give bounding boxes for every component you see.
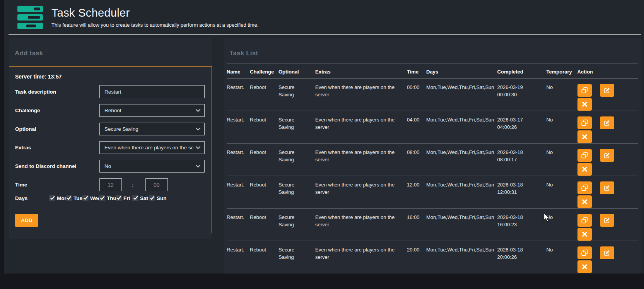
task-name-cell: Restart.: [227, 209, 250, 241]
content: Add task Server time: 13:57 Task descrip…: [4, 35, 644, 274]
task-challenge-cell: Reboot: [250, 144, 278, 176]
discord-select[interactable]: No: [99, 160, 205, 173]
edit-task-button[interactable]: [600, 246, 614, 259]
task-temporary-cell: No: [547, 144, 577, 176]
task-optional-cell: Secure Saving: [278, 176, 315, 209]
duplicate-task-button[interactable]: [577, 149, 592, 162]
day-label: Sat: [140, 195, 148, 201]
discord-row: Send to Discord channel No: [15, 160, 206, 173]
x-icon: [582, 232, 587, 237]
challenge-select-value: Reboot: [104, 108, 193, 113]
time-separator: :: [132, 182, 134, 188]
completed-date: 2026-03-18: [497, 214, 543, 221]
discord-label: Send to Discord channel: [15, 163, 99, 169]
completed-date: 2026-03-17: [497, 116, 543, 124]
chevron-down-icon: [196, 109, 200, 112]
delete-task-button[interactable]: [577, 130, 592, 143]
duplicate-task-button[interactable]: [577, 116, 592, 129]
page-subtitle: This feature will allow you to create ta…: [51, 22, 258, 28]
time-minute-input[interactable]: [145, 178, 168, 191]
day-checkbox[interactable]: Tue: [66, 195, 82, 201]
challenge-row: Challenge Reboot: [15, 104, 206, 117]
task-extras-cell: Even when there are players on the serve…: [315, 176, 407, 209]
task-time-cell: 00:00: [407, 79, 426, 111]
col-challenge: Challenge: [250, 63, 278, 79]
table-row: Restart. Reboot Secure Saving Even when …: [227, 241, 638, 274]
delete-task-button[interactable]: [577, 195, 592, 208]
task-temporary-cell: No: [547, 111, 577, 144]
task-action-cell: [577, 79, 638, 111]
delete-task-button[interactable]: [577, 260, 592, 273]
extras-label: Extras: [15, 145, 99, 150]
add-task-form: Server time: 13:57 Task description Chal…: [9, 66, 212, 233]
day-checkbox[interactable]: Mon: [49, 195, 66, 201]
completed-time: 20:00:26: [497, 254, 543, 261]
edit-task-button[interactable]: [600, 181, 614, 194]
edit-task-button[interactable]: [600, 84, 614, 97]
add-task-button[interactable]: ADD: [15, 214, 38, 227]
copy-icon: [581, 87, 588, 94]
delete-task-button[interactable]: [577, 163, 592, 176]
task-table-body: Restart. Reboot Secure Saving Even when …: [227, 79, 638, 274]
day-checkbox[interactable]: Fri: [116, 195, 132, 201]
duplicate-task-button[interactable]: [577, 84, 592, 97]
day-checkbox[interactable]: Thu: [99, 195, 116, 201]
add-task-heading: Add task: [15, 50, 212, 57]
col-time: Time: [407, 63, 426, 79]
task-extras-cell: Even when there are players on the serve…: [315, 241, 407, 274]
task-action-cell: [577, 144, 638, 176]
task-challenge-cell: Reboot: [250, 241, 278, 274]
completed-date: 2026-03-19: [497, 84, 543, 91]
day-checkbox[interactable]: Sun: [149, 195, 166, 201]
task-days-cell: Mon,Tue,Wed,Thu,Fri,Sat,Sun: [426, 111, 497, 144]
x-icon: [582, 102, 587, 107]
edit-task-button[interactable]: [600, 149, 614, 162]
task-name-cell: Restart.: [227, 79, 250, 111]
copy-icon: [581, 217, 588, 224]
task-description-label: Task description: [15, 89, 99, 95]
edit-task-button[interactable]: [600, 116, 614, 129]
header-text: Task Scheduler This feature will allow y…: [51, 7, 258, 28]
task-action-cell: [577, 241, 638, 274]
task-extras-cell: Even when there are players on the serve…: [315, 209, 407, 241]
duplicate-task-button[interactable]: [577, 214, 592, 227]
task-description-input[interactable]: [99, 85, 205, 98]
table-row: Restart. Reboot Secure Saving Even when …: [227, 79, 638, 111]
task-completed-cell: 2026-03-19 00:00:30: [497, 79, 547, 111]
task-action-cell: [577, 176, 638, 209]
day-checkbox[interactable]: Sat: [132, 195, 149, 201]
checkbox-checked-icon: [132, 195, 138, 201]
task-extras-cell: Even when there are players on the serve…: [315, 111, 407, 144]
table-row: Restart. Reboot Secure Saving Even when …: [227, 176, 638, 209]
edit-icon: [604, 217, 610, 224]
checkbox-checked-icon: [49, 195, 55, 201]
task-days-cell: Mon,Tue,Wed,Thu,Fri,Sat,Sun: [426, 241, 497, 274]
edit-task-button[interactable]: [600, 214, 614, 227]
edit-icon: [604, 120, 610, 126]
x-icon: [582, 134, 587, 139]
task-time-cell: 08:00: [407, 144, 426, 176]
time-hour-input[interactable]: [99, 178, 122, 191]
duplicate-task-button[interactable]: [577, 246, 592, 259]
task-days-cell: Mon,Tue,Wed,Thu,Fri,Sat,Sun: [426, 144, 497, 176]
x-icon: [582, 264, 587, 269]
task-action-cell: [577, 111, 638, 144]
challenge-select[interactable]: Reboot: [99, 104, 205, 117]
extras-select[interactable]: Even when there are players on the serve…: [99, 141, 205, 154]
task-optional-cell: Secure Saving: [278, 144, 315, 176]
task-completed-cell: 2026-03-18 12:00:31: [497, 176, 547, 209]
task-time-cell: 16:00: [407, 209, 426, 241]
day-label: Fri: [123, 195, 130, 201]
task-optional-cell: Secure Saving: [278, 79, 315, 111]
task-time-cell: 12:00: [407, 176, 426, 209]
duplicate-task-button[interactable]: [577, 181, 592, 194]
edit-icon: [604, 185, 610, 191]
copy-icon: [581, 152, 588, 159]
day-checkbox[interactable]: Wed: [82, 195, 99, 201]
delete-task-button[interactable]: [577, 228, 592, 241]
optional-select[interactable]: Secure Saving: [99, 123, 205, 135]
table-row: Restart. Reboot Secure Saving Even when …: [227, 209, 638, 241]
completed-date: 2026-03-18: [497, 181, 543, 189]
checkbox-checked-icon: [82, 195, 89, 201]
delete-task-button[interactable]: [577, 98, 592, 111]
